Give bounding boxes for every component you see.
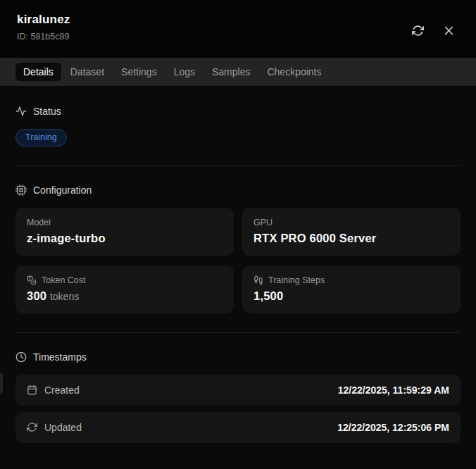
created-label: Created: [44, 384, 80, 396]
training-steps-value: 1,500: [253, 289, 449, 303]
model-value: z-image-turbo: [27, 232, 223, 245]
calendar-icon: [27, 384, 37, 395]
configuration-section-header: Configuration: [15, 185, 461, 196]
status-section: Status Training: [15, 106, 461, 146]
coins-icon: [27, 275, 37, 285]
job-title: kiralunez: [17, 13, 70, 27]
updated-label-row: Updated: [27, 422, 82, 433]
refresh-icon: [27, 422, 37, 432]
close-button[interactable]: [438, 20, 459, 41]
refresh-button[interactable]: [407, 20, 428, 41]
tab-logs[interactable]: Logs: [166, 63, 203, 81]
footprints-icon: [253, 275, 263, 285]
timestamps-section: Timestamps Created 12/22/2025, 11:59:29 …: [15, 351, 461, 443]
config-card-training-steps: Training Steps 1,500: [242, 265, 461, 313]
training-job-modal: kiralunez ID: 581b5c89: [0, 0, 476, 469]
left-edge-indicator: [0, 373, 3, 394]
config-card-model: Model z-image-turbo: [15, 208, 234, 256]
tab-checkpoints[interactable]: Checkpoints: [259, 63, 329, 81]
divider: [15, 165, 461, 166]
training-steps-label: Training Steps: [268, 275, 325, 285]
config-card-gpu: GPU RTX PRO 6000 Server: [242, 208, 461, 256]
gpu-label: GPU: [253, 218, 449, 227]
tab-settings[interactable]: Settings: [113, 63, 165, 81]
header-titles: kiralunez ID: 581b5c89: [17, 13, 70, 42]
token-cost-label: Token Cost: [42, 275, 86, 285]
created-label-row: Created: [27, 384, 80, 396]
token-cost-value-row: 300 tokens: [27, 289, 223, 303]
modal-header: kiralunez ID: 581b5c89: [0, 0, 476, 58]
tab-details[interactable]: Details: [15, 63, 61, 81]
tab-samples[interactable]: Samples: [204, 63, 258, 81]
updated-value: 12/22/2025, 12:25:06 PM: [337, 422, 449, 433]
token-cost-suffix: tokens: [50, 291, 79, 302]
timestamps-section-header: Timestamps: [15, 351, 461, 363]
configuration-section: Configuration Model z-image-turbo GPU RT…: [15, 185, 461, 313]
updated-row: Updated 12/22/2025, 12:25:06 PM: [15, 412, 461, 443]
tab-bar: Details Dataset Settings Logs Samples Ch…: [0, 58, 476, 86]
gpu-value: RTX PRO 6000 Server: [253, 232, 449, 245]
timestamps-section-label: Timestamps: [33, 351, 87, 363]
updated-label: Updated: [44, 422, 82, 433]
config-card-token-cost: Token Cost 300 tokens: [15, 265, 234, 313]
training-steps-label-row: Training Steps: [253, 275, 449, 285]
created-row: Created 12/22/2025, 11:59:29 AM: [15, 375, 461, 406]
created-value: 12/22/2025, 11:59:29 AM: [338, 384, 449, 396]
cpu-chip-icon: [15, 185, 27, 196]
header-actions: [407, 20, 459, 41]
activity-icon: [15, 106, 27, 117]
configuration-cards: Model z-image-turbo GPU RTX PRO 6000 Ser…: [15, 208, 461, 313]
job-id: ID: 581b5c89: [17, 32, 70, 42]
model-label: Model: [27, 218, 223, 227]
details-panel: Status Training Configuration: [0, 86, 476, 469]
token-cost-value: 300: [27, 289, 46, 302]
tab-dataset[interactable]: Dataset: [63, 63, 112, 81]
configuration-section-label: Configuration: [33, 185, 92, 196]
status-section-label: Status: [33, 106, 61, 117]
token-cost-label-row: Token Cost: [27, 275, 223, 285]
status-badge: Training: [15, 129, 67, 146]
close-icon: [443, 25, 455, 37]
divider: [15, 332, 461, 333]
refresh-icon: [412, 25, 424, 37]
clock-icon: [15, 351, 27, 363]
status-section-header: Status: [15, 106, 461, 117]
